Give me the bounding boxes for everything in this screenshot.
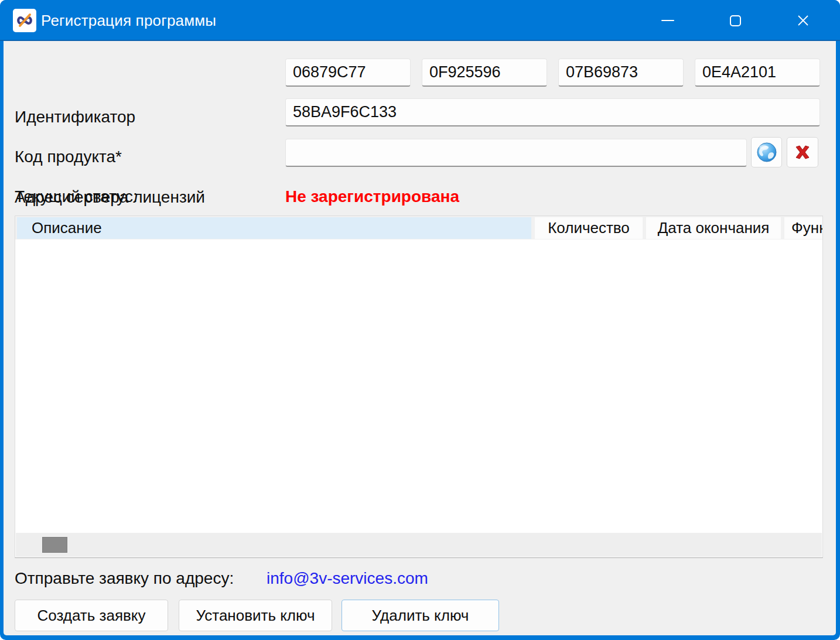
email-link[interactable]: info@3v-services.com [267, 569, 428, 588]
window-title: Регистрация программы [41, 0, 216, 41]
titlebar[interactable]: Регистрация программы [0, 0, 840, 41]
table-body-empty[interactable] [15, 239, 822, 533]
close-icon [796, 13, 810, 28]
dialog-content: Идентификатор Код продукта* Адрес сервер… [4, 41, 836, 635]
app-logo-icon [13, 9, 36, 32]
identifier-input-3[interactable] [558, 59, 684, 87]
minimize-button[interactable] [649, 7, 687, 34]
minimize-icon [661, 20, 674, 21]
column-header-functions[interactable]: Функции [784, 217, 823, 239]
close-button[interactable] [784, 7, 822, 34]
red-x-icon [793, 142, 812, 162]
column-header-description[interactable]: Описание [17, 217, 531, 239]
license-table: Описание Количество Дата окончания Функц… [15, 215, 823, 558]
registration-window: Регистрация программы Идентификатор Код … [0, 0, 840, 640]
status-value: Не зарегистрирована [285, 187, 459, 206]
maximize-button[interactable] [716, 7, 754, 34]
product-code-input[interactable] [285, 98, 820, 126]
table-header-row: Описание Количество Дата окончания Функц… [15, 216, 822, 239]
send-request-label: Отправьте заявку по адресу: [15, 569, 234, 588]
column-header-quantity[interactable]: Количество [535, 217, 643, 239]
server-browse-button[interactable] [751, 137, 782, 167]
globe-icon [756, 141, 778, 163]
identifier-input-1[interactable] [285, 59, 411, 87]
product-code-label: Код продукта* [15, 148, 122, 166]
horizontal-scrollbar[interactable] [16, 533, 822, 557]
maximize-icon [730, 15, 741, 26]
delete-key-button[interactable]: Удалить ключ [342, 600, 499, 631]
create-request-button[interactable]: Создать заявку [15, 600, 168, 631]
identifier-label: Идентификатор [15, 108, 135, 126]
server-clear-button[interactable] [787, 137, 818, 167]
current-status-label: Текущий статус: [15, 187, 138, 206]
identifier-input-2[interactable] [422, 59, 547, 87]
server-address-input[interactable] [285, 139, 747, 167]
column-header-end-date[interactable]: Дата окончания [646, 217, 781, 239]
identifier-input-4[interactable] [695, 59, 820, 87]
install-key-button[interactable]: Установить ключ [179, 600, 332, 631]
scrollbar-thumb[interactable] [42, 537, 67, 553]
